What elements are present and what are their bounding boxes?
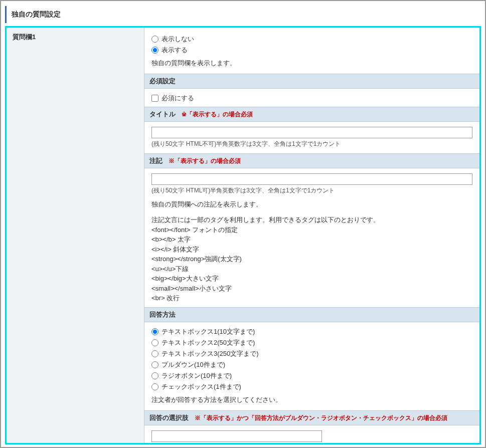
radio-radio[interactable] [151,372,158,379]
left-column: 質問欄1 [7,28,144,443]
annotation-required-note: ※「表示する」の場合必須 [169,157,241,164]
title-required-note: ※「表示する」の場合必須 [182,111,253,118]
radio-hide[interactable] [151,36,158,43]
annotation-desc: 独自の質問欄への注記を表示します。 [151,200,472,209]
question-label: 質問欄1 [13,33,36,41]
right-column: 表示しない 表示する 独自の質問欄を表示します。 必須設定 必須にする タイトル… [144,28,479,443]
checkbox-required[interactable] [151,95,158,102]
annotation-hint: (残り50文字 HTML可)半角英数字は3文字、全角は1文字で1カウント [151,186,472,195]
tags-intro: 注記文言には一部のタグを利用します。利用できるタグは以下のとおりです。 [151,215,472,225]
highlighted-section: 質問欄1 表示しない 表示する 独自の質問欄を表示します。 必須設定 必須にする [5,26,481,444]
required-heading: 必須設定 [144,74,479,89]
radio-show[interactable] [151,47,158,54]
tag-line: <b></b> 太字 [151,235,472,245]
checkbox-required-label[interactable]: 必須にする [161,94,194,103]
tag-line: <font></font> フォントの指定 [151,225,472,235]
tag-line: <strong></strong>強調(太文字) [151,254,472,264]
title-hint: (残り50文字 HTML不可)半角英数字は3文字、全角は1文字で1カウント [151,140,472,148]
tag-list: 注記文言には一部のタグを利用します。利用できるタグは以下のとおりです。 <fon… [151,215,472,303]
radio-textbox3[interactable] [151,350,158,357]
radio-pulldown[interactable] [151,361,158,368]
panel-title: 独自の質問設定 [5,6,481,23]
tag-line: <u></u>下線 [151,264,472,274]
title-input[interactable] [151,127,472,138]
tag-line: <small></small>小さい文字 [151,284,472,294]
radio-textbox2[interactable] [151,339,158,346]
answer-method-heading: 回答方法 [144,307,479,322]
answer-method-desc: 注文者が回答する方法を選択してください。 [151,395,472,404]
radio-textbox3-label[interactable]: テキストボックス3(250文字まで) [161,349,259,358]
choices-required-note: ※「表示する」かつ「回答方法がプルダウン・ラジオボタン・チェックボックス」の場合… [195,414,447,421]
choices-heading: 回答の選択肢 ※「表示する」かつ「回答方法がプルダウン・ラジオボタン・チェックボ… [144,410,479,425]
radio-radio-label[interactable]: ラジオボタン(10件まで) [161,371,232,380]
radio-hide-label[interactable]: 表示しない [161,35,194,44]
radio-pulldown-label[interactable]: プルダウン(10件まで) [161,360,225,369]
tag-line: <big></big>大きい文字 [151,274,472,284]
radio-checkbox[interactable] [151,383,158,390]
annotation-input[interactable] [151,173,472,185]
radio-textbox1-label[interactable]: テキストボックス1(10文字まで) [161,327,255,336]
tag-line: <i></i> 斜体文字 [151,245,472,255]
annotation-heading: 注記 ※「表示する」の場合必須 [144,153,479,168]
tag-line: <br> 改行 [151,293,472,303]
title-heading: タイトル ※「表示する」の場合必須 [144,107,479,122]
radio-textbox2-label[interactable]: テキストボックス2(50文字まで) [161,338,255,347]
choice-input[interactable] [151,430,322,442]
radio-textbox1[interactable] [151,328,158,335]
radio-show-label[interactable]: 表示する [161,46,188,55]
visibility-desc: 独自の質問欄を表示します。 [151,59,472,68]
radio-checkbox-label[interactable]: チェックボックス(1件まで) [161,382,241,391]
